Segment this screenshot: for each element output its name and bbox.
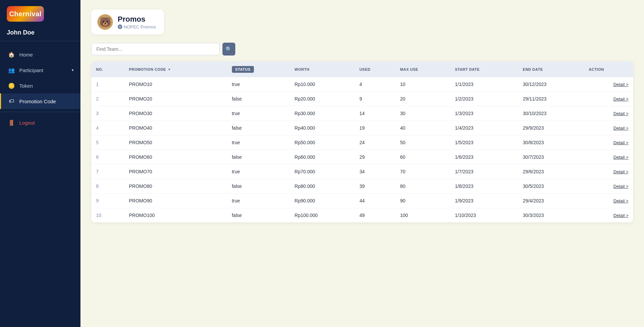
- detail-link[interactable]: Detail >: [614, 169, 628, 174]
- search-input[interactable]: [91, 43, 220, 55]
- cell-worth: Rp80.000: [290, 179, 355, 194]
- cell-action[interactable]: Detail >: [584, 135, 633, 150]
- detail-link[interactable]: Detail >: [614, 140, 628, 145]
- token-icon: 🪙: [8, 82, 15, 89]
- table-row: 10 PROMO100 false Rp100.000 49 100 1/10/…: [91, 208, 633, 223]
- main-content: 🐻 Promos i NOPEC Promos 🔍 NO. PROMOTION …: [80, 0, 644, 327]
- cell-status: true: [227, 165, 290, 179]
- cell-status: true: [227, 106, 290, 121]
- logout-label: Logout: [19, 120, 35, 126]
- cell-status: false: [227, 121, 290, 135]
- detail-link[interactable]: Detail >: [614, 126, 628, 131]
- promos-subtitle-text: NOPEC Promos: [124, 24, 156, 29]
- cell-status: false: [227, 150, 290, 165]
- detail-link[interactable]: Detail >: [614, 184, 628, 189]
- cell-status: true: [227, 77, 290, 92]
- cell-used: 9: [355, 92, 395, 106]
- cell-end-date: 30/5/2023: [518, 179, 584, 194]
- cell-max-use: 60: [396, 150, 450, 165]
- cell-end-date: 29/4/2023: [518, 194, 584, 208]
- cell-action[interactable]: Detail >: [584, 77, 633, 92]
- table-header-row: NO. PROMOTION CODE ▼ Status WORTH USED: [91, 62, 633, 77]
- logout-icon: 🚪: [8, 119, 15, 126]
- cell-used: 49: [355, 208, 395, 223]
- cell-worth: Rp30.000: [290, 106, 355, 121]
- sidebar-item-home[interactable]: 🏠 Home: [0, 47, 80, 62]
- promos-table: NO. PROMOTION CODE ▼ Status WORTH USED: [91, 62, 633, 222]
- cell-action[interactable]: Detail >: [584, 179, 633, 194]
- cell-promo-code: PROMO100: [124, 208, 227, 223]
- cell-start-date: 1/5/2023: [450, 135, 518, 150]
- cell-used: 24: [355, 135, 395, 150]
- table-row: 8 PROMO80 false Rp80.000 39 80 1/8/2023 …: [91, 179, 633, 194]
- col-promo-code[interactable]: PROMOTION CODE ▼: [124, 62, 227, 77]
- cell-action[interactable]: Detail >: [584, 121, 633, 135]
- table-row: 7 PROMO70 true Rp70.000 34 70 1/7/2023 2…: [91, 165, 633, 179]
- cell-action[interactable]: Detail >: [584, 208, 633, 223]
- col-no: NO.: [91, 62, 124, 77]
- status-badge-header: Status: [232, 66, 254, 73]
- promotion-code-icon: 🏷: [8, 97, 15, 105]
- page-title: Promos: [118, 15, 156, 24]
- col-status: Status: [227, 62, 290, 77]
- sidebar-logo-area: Chernival: [0, 0, 80, 26]
- cell-action[interactable]: Detail >: [584, 106, 633, 121]
- col-max-use: MAX USE: [396, 62, 450, 77]
- cell-no: 7: [91, 165, 124, 179]
- cell-used: 29: [355, 150, 395, 165]
- promos-header-card: 🐻 Promos i NOPEC Promos: [91, 9, 164, 35]
- cell-max-use: 90: [396, 194, 450, 208]
- cell-status: false: [227, 208, 290, 223]
- search-button[interactable]: 🔍: [222, 43, 235, 56]
- sidebar-item-promotion-code[interactable]: 🏷 Promotion Code: [0, 93, 80, 109]
- table-row: 5 PROMO50 true Rp50.000 24 50 1/5/2023 3…: [91, 135, 633, 150]
- cell-end-date: 30/3/2023: [518, 208, 584, 223]
- cell-start-date: 1/1/2023: [450, 77, 518, 92]
- cell-max-use: 70: [396, 165, 450, 179]
- cell-status: false: [227, 179, 290, 194]
- cell-action[interactable]: Detail >: [584, 165, 633, 179]
- detail-link[interactable]: Detail >: [614, 198, 628, 203]
- cell-max-use: 50: [396, 135, 450, 150]
- cell-promo-code: PROMO60: [124, 150, 227, 165]
- cell-start-date: 1/8/2023: [450, 179, 518, 194]
- cell-start-date: 1/3/2023: [450, 106, 518, 121]
- cell-end-date: 30/10/2023: [518, 106, 584, 121]
- cell-promo-code: PROMO70: [124, 165, 227, 179]
- cell-start-date: 1/6/2023: [450, 150, 518, 165]
- sidebar-nav: 🏠 Home 👥 Participant ▾ 🪙 Token 🏷 Promoti…: [0, 41, 80, 327]
- col-used: USED: [355, 62, 395, 77]
- sidebar-item-label-token: Token: [19, 83, 33, 89]
- table-row: 2 PROMO20 false Rp20.000 9 20 1/2/2023 2…: [91, 92, 633, 106]
- cell-action[interactable]: Detail >: [584, 194, 633, 208]
- cell-worth: Rp50.000: [290, 135, 355, 150]
- cell-used: 19: [355, 121, 395, 135]
- cell-end-date: 29/6/2023: [518, 165, 584, 179]
- detail-link[interactable]: Detail >: [614, 111, 628, 116]
- cell-promo-code: PROMO30: [124, 106, 227, 121]
- sidebar-item-token[interactable]: 🪙 Token: [0, 78, 80, 93]
- promos-table-container: NO. PROMOTION CODE ▼ Status WORTH USED: [91, 62, 633, 222]
- sidebar-item-logout[interactable]: 🚪 Logout: [0, 115, 80, 130]
- cell-worth: Rp40.000: [290, 121, 355, 135]
- sidebar-username: John Doe: [0, 26, 80, 41]
- detail-link[interactable]: Detail >: [614, 213, 628, 218]
- cell-end-date: 29/11/2023: [518, 92, 584, 106]
- bear-avatar: 🐻: [97, 14, 113, 30]
- table-row: 1 PROMO10 true Rp10.000 4 10 1/1/2023 30…: [91, 77, 633, 92]
- sidebar-item-participant[interactable]: 👥 Participant ▾: [0, 62, 80, 78]
- detail-link[interactable]: Detail >: [614, 82, 628, 87]
- cell-action[interactable]: Detail >: [584, 150, 633, 165]
- cell-used: 4: [355, 77, 395, 92]
- detail-link[interactable]: Detail >: [614, 155, 628, 160]
- col-worth: WORTH: [290, 62, 355, 77]
- cell-worth: Rp90.000: [290, 194, 355, 208]
- detail-link[interactable]: Detail >: [614, 96, 628, 102]
- cell-promo-code: PROMO10: [124, 77, 227, 92]
- cell-action[interactable]: Detail >: [584, 92, 633, 106]
- cell-used: 44: [355, 194, 395, 208]
- cell-worth: Rp100.000: [290, 208, 355, 223]
- cell-status: true: [227, 135, 290, 150]
- cell-status: false: [227, 92, 290, 106]
- table-body: 1 PROMO10 true Rp10.000 4 10 1/1/2023 30…: [91, 77, 633, 222]
